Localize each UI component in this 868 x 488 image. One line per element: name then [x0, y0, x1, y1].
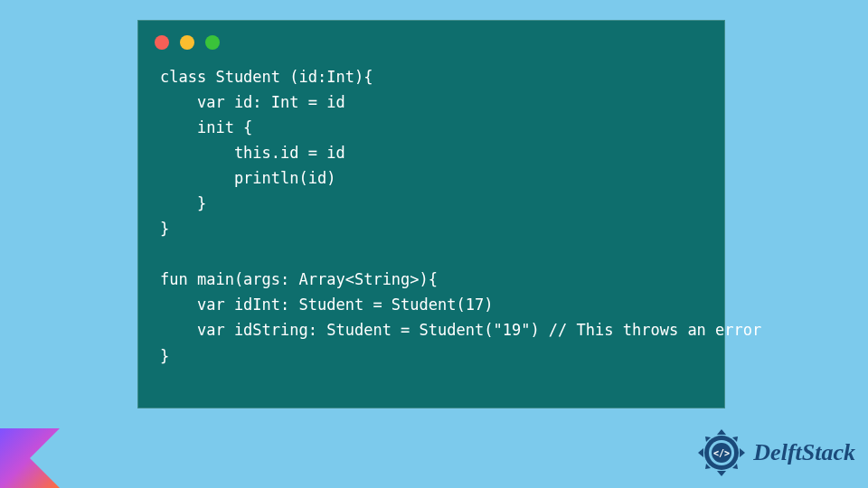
- close-icon: [155, 35, 169, 50]
- svg-marker-1: [717, 429, 726, 435]
- code-card: class Student (id:Int){ var id: Int = id…: [137, 20, 725, 408]
- brand-gear-icon: </>: [697, 428, 746, 477]
- svg-marker-4: [740, 448, 745, 457]
- kotlin-logo-icon: [0, 428, 60, 488]
- brand-badge: </> DelftStack: [697, 428, 855, 477]
- svg-marker-2: [717, 471, 726, 476]
- window-controls: [138, 21, 724, 57]
- svg-marker-3: [698, 448, 703, 457]
- svg-marker-0: [0, 428, 60, 488]
- svg-text:</>: </>: [713, 448, 730, 458]
- code-block: class Student (id:Int){ var id: Int = id…: [138, 57, 724, 387]
- maximize-icon: [205, 35, 220, 50]
- minimize-icon: [180, 35, 194, 50]
- brand-name: DelftStack: [753, 439, 855, 466]
